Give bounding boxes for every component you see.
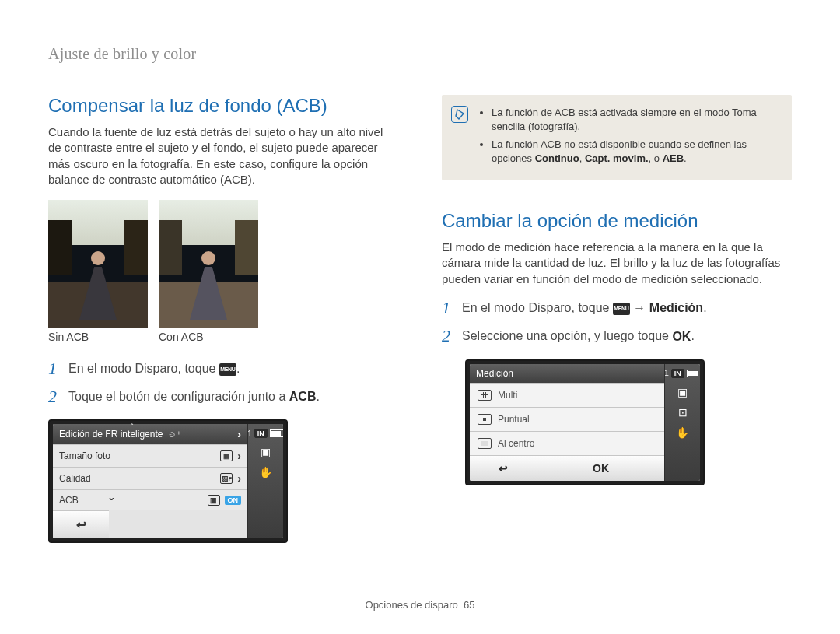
back-arrow-icon: ↩ [499, 462, 508, 475]
menu-icon: MENU [219, 363, 236, 376]
step-text-post: . [236, 362, 240, 375]
in-badge: IN [254, 429, 268, 438]
screen-title-row: Medición [470, 364, 664, 383]
spot-icon [478, 414, 492, 425]
step-number: 2 [48, 388, 61, 405]
screen-menu-title: Medición [476, 368, 513, 379]
step-number: 1 [442, 299, 454, 317]
metering-icon: ▣ [677, 386, 688, 398]
menu-row-label: Tamaño foto [59, 450, 110, 461]
menu-row-label: ACB [59, 495, 79, 506]
note-item: La función ACB no está disponible cuando… [492, 138, 779, 165]
bold-acb: ACB [289, 390, 317, 403]
step-number: 2 [442, 328, 454, 345]
battery-icon [687, 370, 700, 377]
right-step-1: 1 En el modo Disparo, toque MENU → Medic… [442, 299, 792, 317]
size-icon: ▦ [220, 450, 233, 461]
on-badge: ON [225, 496, 242, 505]
in-badge: IN [671, 369, 684, 378]
menu-row-photo-size: Tamaño foto ▦ › [53, 444, 247, 467]
option-label: Al centro [498, 438, 534, 449]
note-post: . [684, 152, 687, 164]
camera-screen-acb: Edición de FR inteligente ☺⁺ › ˆ Tamaño … [48, 419, 288, 543]
back-arrow-icon: ↩ [76, 518, 86, 531]
stabilizer-icon: ✋ [259, 466, 272, 478]
menu-icon: MENU [613, 303, 630, 315]
screen-sidebar: 1 IN ▣ ⊡ ✋ [664, 364, 700, 481]
chevron-down-icon: ˇ [110, 497, 114, 511]
step-text-post: . [316, 390, 319, 403]
ok-label: OK [593, 462, 609, 475]
status-number: 1 [247, 429, 252, 438]
step-text: En el modo Disparo, toque [68, 362, 219, 375]
step-text: En el modo Disparo, toque [462, 301, 613, 314]
spot-sm-icon: ⊡ [678, 406, 688, 419]
bold-capt-movim: Capt. movim. [585, 152, 649, 164]
footer-page-number: 65 [464, 599, 474, 611]
note-box: La función de ACB está activada siempre … [442, 95, 792, 180]
bold-aeb: AEB [663, 152, 684, 164]
ok-button[interactable]: OK [537, 456, 664, 481]
acb-icon: ▣ [208, 495, 220, 506]
right-step-2: 2 Seleccione una opción, y luego toque O… [442, 328, 792, 345]
note-item: La función de ACB está activada siempre … [492, 106, 779, 133]
quality-icon: ▨F [220, 473, 233, 484]
stabilizer-icon: ✋ [676, 426, 689, 439]
step-text-post: . [703, 301, 706, 314]
note-sep: , o [649, 152, 663, 164]
section-title-medicion: Cambiar la opción de medición [442, 210, 792, 232]
camera-screen-medicion: Medición Multi Puntual [465, 359, 705, 485]
step-text: Toque el botón de configuración junto a [68, 390, 289, 403]
option-multi[interactable]: Multi [470, 383, 664, 407]
chevron-right-icon: › [237, 428, 241, 440]
arrow-text: → [633, 301, 649, 314]
screen-sidebar: 1 IN ▣ ✋ [247, 424, 283, 538]
center-icon [478, 438, 492, 449]
acb-intro: Cuando la fuente de luz está detrás del … [48, 124, 398, 187]
left-step-2: 2 Toque el botón de configuración junto … [48, 388, 398, 405]
caption-with-acb: Con ACB [159, 331, 258, 343]
step-number: 1 [48, 360, 61, 377]
sample-image-with-acb [159, 200, 258, 328]
status-number: 1 [664, 369, 669, 377]
bold-continuo: Continuo [535, 152, 579, 164]
left-column: Compensar la luz de fondo (ACB) Cuando l… [48, 95, 398, 543]
bold-medicion: Medición [649, 301, 703, 314]
chevron-right-icon: › [237, 472, 241, 485]
screen-menu-title: Edición de FR inteligente [59, 429, 163, 440]
menu-row-quality: Calidad ▨F › [53, 467, 247, 489]
metering-icon: ▣ [261, 446, 271, 458]
battery-icon [270, 429, 283, 437]
footer-label: Opciones de disparo [366, 599, 458, 611]
ok-icon: OK [672, 328, 691, 345]
back-button[interactable]: ↩ ˇ [53, 510, 109, 538]
menu-row-label: Calidad [59, 473, 91, 484]
step-text: Seleccione una opción, y luego toque [462, 329, 672, 342]
breadcrumb: Ajuste de brillo y color [48, 45, 792, 68]
screen-title-row: Edición de FR inteligente ☺⁺ › ˆ [53, 424, 247, 444]
option-label: Puntual [498, 414, 530, 425]
face-icon: ☺⁺ [167, 429, 180, 440]
left-step-1: 1 En el modo Disparo, toque MENU. [48, 360, 398, 377]
right-column: La función de ACB está activada siempre … [442, 95, 792, 543]
menu-row-acb: ACB ▣ ON [53, 489, 247, 510]
medicion-intro: El modo de medición hace referencia a la… [442, 240, 792, 287]
option-puntual[interactable]: Puntual [470, 407, 664, 431]
chevron-right-icon: › [237, 450, 241, 462]
section-title-acb: Compensar la luz de fondo (ACB) [48, 95, 398, 117]
page-footer: Opciones de disparo 65 [0, 599, 840, 611]
step-text-post: . [691, 329, 694, 342]
sample-image-without-acb [48, 200, 148, 328]
option-centro[interactable]: Al centro [470, 431, 664, 455]
note-icon [451, 106, 468, 123]
option-label: Multi [498, 390, 517, 401]
chevron-up-icon: ˆ [131, 424, 133, 432]
back-button[interactable]: ↩ [470, 456, 537, 481]
caption-without-acb: Sin ACB [48, 331, 148, 343]
note-sep: , [579, 152, 585, 164]
multi-icon [478, 390, 492, 401]
